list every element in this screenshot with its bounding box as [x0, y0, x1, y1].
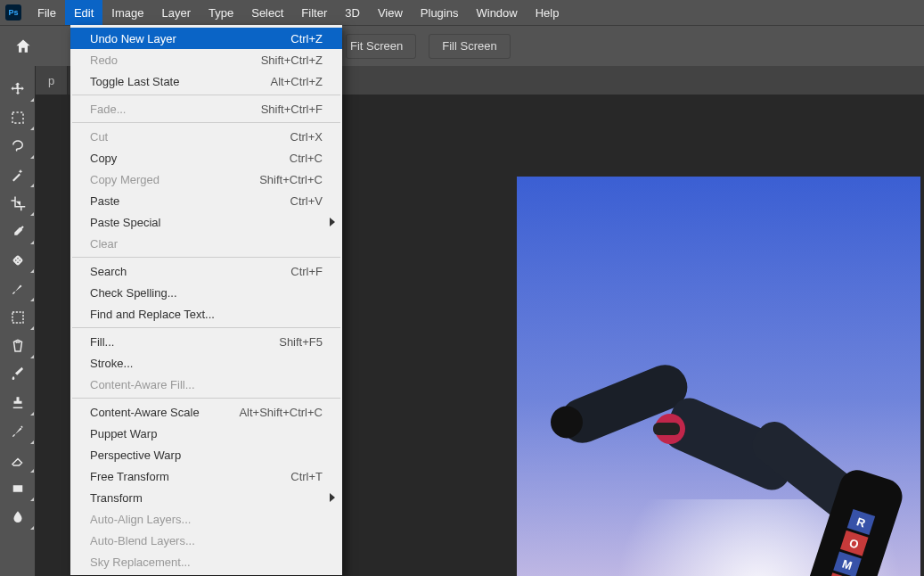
- edit-menu-dropdown[interactable]: Undo New LayerCtrl+ZRedoShift+Ctrl+ZTogg…: [70, 25, 342, 575]
- menu-item-fill[interactable]: Fill...Shift+F5: [70, 331, 342, 352]
- history-brush-tool[interactable]: [0, 417, 36, 446]
- menu-select[interactable]: Select: [242, 0, 292, 25]
- menu-layer[interactable]: Layer: [153, 0, 200, 25]
- menu-item-label: Undo New Layer: [90, 32, 290, 45]
- menu-item-label: Search: [90, 265, 290, 278]
- menu-item-sky-replacement: Sky Replacement...: [70, 551, 342, 572]
- menu-item-label: Stroke...: [90, 357, 323, 370]
- healing-tool[interactable]: [0, 246, 36, 275]
- svg-rect-5: [13, 485, 23, 492]
- fit-screen-button[interactable]: Fit Screen: [346, 34, 416, 59]
- menu-item-clear: Clear: [70, 233, 342, 254]
- menu-item-label: Paste: [90, 194, 290, 208]
- menu-item-search[interactable]: SearchCtrl+F: [70, 260, 342, 282]
- menu-plugins[interactable]: Plugins: [412, 0, 468, 25]
- menu-help[interactable]: Help: [527, 0, 568, 25]
- menu-3d[interactable]: 3D: [336, 0, 369, 25]
- menu-item-label: Fade...: [90, 103, 261, 116]
- board-letter: M: [833, 552, 862, 576]
- menu-image[interactable]: Image: [102, 0, 152, 25]
- menu-item-content-aware-scale[interactable]: Content-Aware ScaleAlt+Shift+Ctrl+C: [70, 401, 342, 423]
- menu-item-auto-blend-layers: Auto-Blend Layers...: [70, 530, 342, 551]
- menu-bar: Ps FileEditImageLayerTypeSelectFilter3DV…: [0, 0, 924, 25]
- app-logo: Ps: [5, 4, 21, 21]
- menu-item-undo-new-layer[interactable]: Undo New LayerCtrl+Z: [70, 28, 342, 49]
- menu-type[interactable]: Type: [200, 0, 242, 25]
- menu-item-label: Clear: [90, 237, 323, 251]
- menu-item-shortcut: Ctrl+T: [290, 470, 323, 483]
- menu-item-label: Fill...: [90, 335, 279, 349]
- menu-item-shortcut: Alt+Ctrl+Z: [270, 75, 323, 88]
- menu-item-shortcut: Shift+F5: [279, 335, 323, 349]
- menu-item-shortcut: Shift+Ctrl+F: [261, 103, 323, 116]
- menu-item-check-spelling[interactable]: Check Spelling...: [70, 282, 342, 303]
- menu-item-label: Content-Aware Fill...: [90, 378, 323, 391]
- menu-item-perspective-warp[interactable]: Perspective Warp: [70, 444, 342, 465]
- menu-item-label: Paste Special: [90, 216, 323, 229]
- menu-item-label: Copy: [90, 152, 290, 165]
- marquee-tool[interactable]: [0, 103, 36, 132]
- document-tab[interactable]: p: [36, 66, 68, 95]
- menu-item-puppet-warp[interactable]: Puppet Warp: [70, 423, 342, 444]
- menu-item-auto-align-layers: Auto-Align Layers...: [70, 508, 342, 530]
- menu-item-label: Auto-Align Layers...: [90, 513, 323, 526]
- menu-item-shortcut: Alt+Shift+Ctrl+C: [239, 406, 323, 419]
- menu-item-copy[interactable]: CopyCtrl+C: [70, 147, 342, 169]
- menu-item-free-transform[interactable]: Free TransformCtrl+T: [70, 465, 342, 487]
- stamp-tool[interactable]: [0, 389, 36, 417]
- menu-item-shortcut: Ctrl+V: [290, 194, 323, 208]
- menu-item-label: Redo: [90, 53, 261, 67]
- brush-tool[interactable]: [0, 275, 36, 303]
- menu-file[interactable]: File: [29, 0, 65, 25]
- menu-item-toggle-last-state[interactable]: Toggle Last StateAlt+Ctrl+Z: [70, 70, 342, 92]
- menu-item-shortcut: Ctrl+F: [290, 265, 323, 278]
- menu-item-stroke[interactable]: Stroke...: [70, 352, 342, 374]
- frame-tool[interactable]: [0, 303, 36, 332]
- menu-item-label: Find and Replace Text...: [90, 308, 323, 321]
- board-letter: O: [840, 531, 869, 556]
- fill-screen-label: Fill Screen: [442, 39, 496, 53]
- menu-view[interactable]: View: [369, 0, 412, 25]
- svg-point-4: [17, 262, 19, 264]
- snowboarder-graphic: ROMER: [557, 364, 887, 576]
- menu-filter[interactable]: Filter: [292, 0, 336, 25]
- move-tool[interactable]: [0, 75, 36, 103]
- home-button[interactable]: [5, 32, 41, 61]
- paint-tool[interactable]: [0, 360, 36, 389]
- fill-screen-button[interactable]: Fill Screen: [429, 34, 510, 59]
- menu-item-label: Cut: [90, 130, 290, 144]
- menu-item-cut: CutCtrl+X: [70, 126, 342, 147]
- svg-rect-0: [12, 255, 24, 267]
- tools-panel: [0, 66, 36, 576]
- menu-edit[interactable]: Edit: [65, 0, 102, 25]
- clone-tool[interactable]: [0, 332, 36, 360]
- magic-wand-tool[interactable]: [0, 160, 36, 189]
- menu-item-label: Puppet Warp: [90, 427, 323, 440]
- menu-item-transform[interactable]: Transform: [70, 487, 342, 508]
- eyedropper-tool[interactable]: [0, 218, 36, 246]
- menu-item-label: Copy Merged: [90, 173, 259, 186]
- menu-item-paste-special[interactable]: Paste Special: [70, 211, 342, 233]
- rect-tool[interactable]: [0, 474, 36, 503]
- menu-item-shortcut: Ctrl+C: [290, 152, 323, 165]
- menu-item-label: Perspective Warp: [90, 448, 323, 462]
- svg-point-2: [20, 259, 21, 261]
- menu-window[interactable]: Window: [467, 0, 526, 25]
- menu-item-label: Check Spelling...: [90, 286, 323, 300]
- tab-label: p: [48, 74, 54, 87]
- menu-item-find-and-replace-text[interactable]: Find and Replace Text...: [70, 303, 342, 325]
- menu-item-shortcut: Ctrl+Z: [290, 32, 323, 45]
- fit-screen-label: Fit Screen: [350, 39, 403, 53]
- menu-item-label: Toggle Last State: [90, 75, 270, 88]
- menu-item-label: Auto-Blend Layers...: [90, 534, 323, 547]
- submenu-arrow-icon: [330, 493, 335, 502]
- menu-item-label: Content-Aware Scale: [90, 406, 239, 419]
- menu-item-paste[interactable]: PasteCtrl+V: [70, 190, 342, 211]
- svg-point-1: [15, 259, 17, 261]
- crop-tool[interactable]: [0, 189, 36, 218]
- eraser-tool[interactable]: [0, 446, 36, 474]
- lasso-tool[interactable]: [0, 132, 36, 160]
- blur-tool[interactable]: [0, 503, 36, 531]
- canvas-image: ROMER: [517, 177, 920, 576]
- menu-item-fade: Fade...Shift+Ctrl+F: [70, 98, 342, 119]
